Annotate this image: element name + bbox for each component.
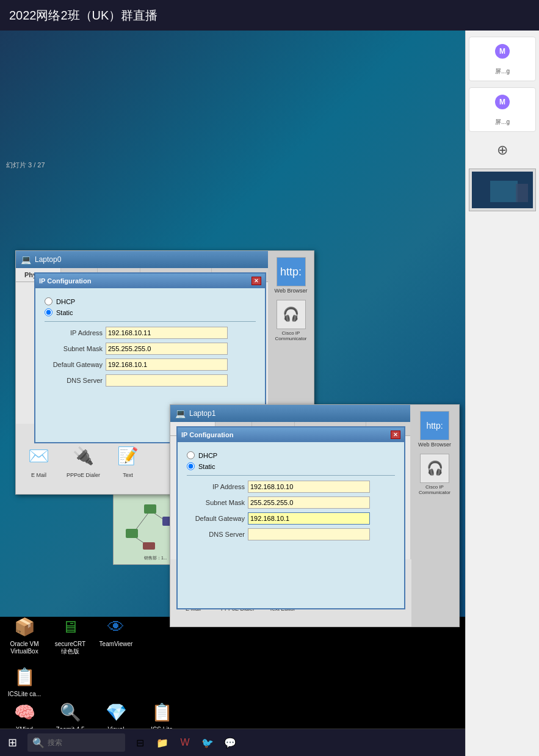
laptop1-gw-label: Default Gateway: [187, 515, 245, 522]
svg-rect-14: [490, 181, 518, 202]
laptop0-ip-title: IP Configuration: [39, 277, 91, 285]
svg-rect-5: [126, 529, 138, 538]
laptop1-dhcp-label: DHCP: [198, 452, 217, 459]
laptop1-cisco-label: Cisco IPCommunicator: [419, 484, 450, 495]
laptop1-dhcp-radio[interactable]: [187, 451, 195, 459]
taskbar-icons: ⊟ 📁 W 🐦 💬: [130, 733, 240, 752]
laptop1-ip-close[interactable]: ✕: [391, 431, 400, 439]
laptop1-ip-title: IP Configuration: [181, 431, 233, 438]
search-icon: 🔍: [32, 737, 45, 749]
laptop1-static-radio[interactable]: [187, 462, 195, 470]
title-bar: 2022网络2班（UK）群直播: [0, 0, 539, 31]
taskbar-bird-icon[interactable]: 🐦: [198, 733, 217, 752]
side-panel-icon-1: M: [493, 42, 512, 64]
laptop0-cisco-label: Cisco IPCommunicator: [275, 330, 306, 341]
laptop1-static-row: Static: [187, 462, 395, 470]
laptop1-ip-label: IP Address: [187, 483, 245, 490]
laptop0-email-icon[interactable]: ✉️ E Mail: [19, 440, 59, 478]
laptop1-dns-row: DNS Server: [187, 528, 395, 540]
laptop1-mask-input[interactable]: [248, 496, 370, 509]
laptop1-mask-label: Subnet Mask: [187, 499, 245, 506]
desktop-icon-virtualbox[interactable]: 📦 Oracle VMVirtualBox: [3, 611, 46, 658]
laptop0-gw-label: Default Gateway: [45, 361, 103, 368]
laptop1-static-label: Static: [198, 463, 215, 470]
laptop1-app-icons: http: Web Browser 🎧 Cisco IPCommunicator: [410, 405, 459, 627]
laptop0-ip-input[interactable]: [106, 327, 228, 339]
svg-text:销售部：1...: 销售部：1...: [143, 556, 167, 560]
taskbar-search-box[interactable]: 🔍: [27, 733, 125, 752]
svg-text:M: M: [499, 47, 505, 56]
laptop0-icon: 💻: [21, 255, 31, 264]
laptop1-window: 💻 Laptop1 _ □ ✕ Physical Config Desktop …: [170, 404, 460, 627]
laptop0-dns-label: DNS Server: [45, 377, 103, 384]
zoom-icon: ⊕: [497, 142, 508, 158]
page-title: 2022网络2班（UK）群直播: [9, 7, 157, 24]
main-area: 💻 Laptop0 _ □ ✕ Physical Config Desktop …: [0, 31, 539, 756]
svg-rect-7: [143, 542, 155, 550]
laptop0-dns-row: DNS Server: [45, 374, 256, 387]
desktop-icon-securecrt[interactable]: 🖥 secureCRT绿色版: [49, 611, 92, 658]
laptop1-webbrowser-icon[interactable]: http: Web Browser: [416, 411, 453, 448]
slide-indicator: 幻灯片 3 / 27: [6, 161, 45, 170]
laptop0-ip-titlebar: IP Configuration ✕: [35, 274, 265, 288]
laptop1-dhcp-row: DHCP: [187, 451, 395, 459]
laptop0-static-radio[interactable]: [45, 308, 52, 316]
svg-rect-4: [144, 504, 156, 514]
desktop-icon-icslite[interactable]: 📋 ICSLite ca...: [3, 661, 46, 701]
laptop0-mask-label: Subnet Mask: [45, 345, 103, 352]
taskbar-explorer-icon[interactable]: 📁: [153, 733, 172, 752]
laptop0-dhcp-label: DHCP: [56, 298, 75, 305]
laptop1-dns-input[interactable]: [248, 528, 370, 540]
laptop0-cisco-icon[interactable]: 🎧 Cisco IPCommunicator: [273, 300, 309, 341]
laptop0-gw-input[interactable]: [106, 358, 228, 371]
laptop1-icon: 💻: [175, 409, 186, 418]
search-input[interactable]: [48, 738, 121, 747]
laptop0-ip-close[interactable]: ✕: [251, 277, 261, 285]
side-panel: M 屏...g M 屏...g ⊕: [465, 31, 539, 756]
side-thumbnail: [469, 169, 536, 211]
laptop1-ip-config: IP Configuration ✕ DHCP Static IP Addres…: [176, 426, 405, 609]
laptop1-ip-titlebar: IP Configuration ✕: [178, 427, 404, 442]
desktop-icon-teamviewer[interactable]: 👁 TeamViewer: [95, 611, 137, 658]
laptop0-text-icon[interactable]: 📝 Text: [108, 440, 148, 478]
svg-rect-15: [516, 184, 528, 202]
taskbar-chat-icon[interactable]: 💬: [220, 733, 240, 752]
laptop1-ip-body: DHCP Static IP Address Subnet Mask Defau…: [178, 442, 404, 550]
laptop0-static-label: Static: [56, 309, 73, 316]
laptop0-static-row: Static: [45, 308, 256, 316]
laptop1-title: Laptop1: [189, 409, 215, 418]
laptop0-gw-row: Default Gateway: [45, 358, 256, 371]
side-panel-item-2[interactable]: M 屏...g: [469, 87, 536, 132]
side-panel-icon-2: M: [493, 93, 512, 115]
laptop1-ip-input[interactable]: [248, 481, 370, 493]
start-button[interactable]: ⊞: [0, 729, 24, 757]
laptop0-webbrowser-icon[interactable]: http: Web Browser: [273, 257, 309, 294]
laptop0-mask-input[interactable]: [106, 343, 228, 355]
laptop1-gw-input[interactable]: [248, 512, 370, 525]
laptop1-dns-label: DNS Server: [187, 531, 245, 538]
laptop0-pppoe-icon[interactable]: 🔌 PPPoE Dialer: [63, 440, 103, 478]
desktop-icons-container: 📦 Oracle VMVirtualBox 🖥 secureCRT绿色版 👁 T…: [3, 611, 174, 701]
side-panel-label-1: 屏...g: [495, 67, 510, 76]
taskbar-view-icon[interactable]: ⊟: [130, 733, 150, 752]
laptop0-ip-body: DHCP Static IP Address Subnet Mask Defau…: [35, 288, 265, 396]
laptop1-ip-row: IP Address: [187, 481, 395, 493]
laptop0-mask-row: Subnet Mask: [45, 343, 256, 355]
side-panel-label-2: 屏...g: [495, 118, 510, 126]
laptop0-dhcp-radio[interactable]: [45, 297, 52, 305]
laptop1-cisco-icon[interactable]: 🎧 Cisco IPCommunicator: [416, 454, 453, 495]
taskbar: ⊞ 🔍 ⊟ 📁 W 🐦 💬: [0, 729, 465, 756]
laptop1-mask-row: Subnet Mask: [187, 496, 395, 509]
taskbar-wps-icon[interactable]: W: [175, 733, 195, 752]
laptop0-title: Laptop0: [35, 255, 61, 264]
laptop1-gw-row: Default Gateway: [187, 512, 395, 525]
laptop0-dhcp-row: DHCP: [45, 297, 256, 305]
laptop0-dns-input[interactable]: [106, 374, 228, 387]
zoom-button[interactable]: ⊕: [490, 138, 515, 162]
side-panel-item-1[interactable]: M 屏...g: [469, 37, 536, 81]
laptop0-ip-label: IP Address: [45, 329, 103, 336]
svg-text:M: M: [499, 98, 505, 106]
laptop0-ip-row: IP Address: [45, 327, 256, 339]
